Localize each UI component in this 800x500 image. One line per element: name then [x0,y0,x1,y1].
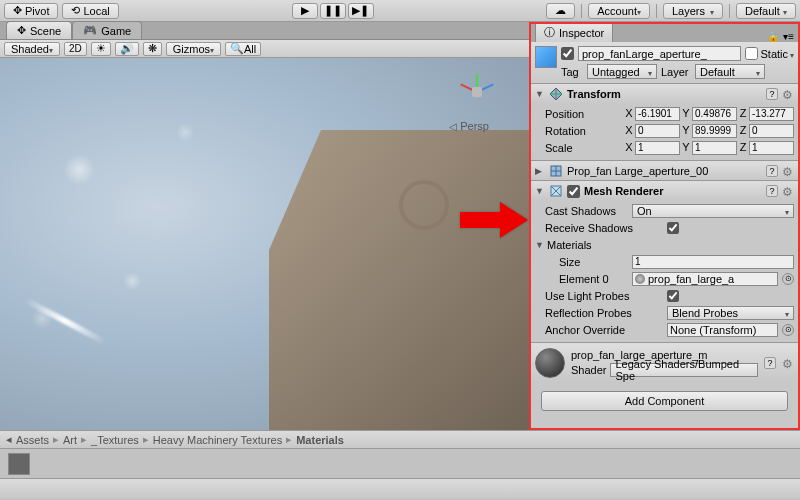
rotation-x-input[interactable] [635,124,680,138]
gear-icon[interactable]: ⚙ [782,357,794,369]
cast-shadows-dropdown[interactable]: On [632,204,794,218]
light-probes-checkbox[interactable] [667,290,679,302]
gear-icon[interactable]: ⚙ [782,88,794,100]
gear-icon[interactable]: ⚙ [782,165,794,177]
position-z-input[interactable] [749,107,794,121]
scale-x-input[interactable] [635,141,680,155]
shading-dropdown[interactable]: Shaded [4,42,60,56]
audio-toggle[interactable]: 🔊 [115,42,139,56]
scene-search[interactable]: 🔍All [225,42,261,56]
meshrenderer-header[interactable]: ▼ Mesh Renderer ? ⚙ [531,182,798,200]
cloud-button[interactable]: ☁ [546,3,575,19]
step-button[interactable]: ▶❚ [348,3,374,19]
help-button[interactable]: ? [766,185,778,197]
scale-z-input[interactable] [749,141,794,155]
layer-dropdown[interactable]: Default [695,64,765,79]
transform-icon [549,87,563,101]
fx-toggle[interactable]: ❋ [143,42,162,56]
chevron-down-icon [783,5,787,17]
main-toolbar: ✥Pivot ⟲Local ▶ ❚❚ ▶❚ ☁ Account Layers D… [0,0,800,22]
2d-toggle[interactable]: 2D [64,42,87,56]
object-picker-button[interactable]: ⊙ [782,273,794,285]
materials-size-label: Size [535,256,630,268]
gear-icon[interactable]: ⚙ [782,185,794,197]
tab-scene[interactable]: ✥ Scene [6,21,72,39]
chevron-down-icon [756,66,760,78]
crumb[interactable]: Art [63,434,77,446]
asset-thumbnail[interactable] [8,453,30,475]
position-x-input[interactable] [635,107,680,121]
static-checkbox[interactable] [745,47,758,60]
foldout-icon: ▶ [535,166,545,176]
scene-geometry [24,297,106,345]
gizmos-dropdown[interactable]: Gizmos [166,42,221,56]
chevron-down-icon [785,205,789,217]
tag-dropdown[interactable]: Untagged [587,64,657,79]
scene-tabs: ✥ Scene 🎮 Game [0,22,529,40]
projection-label[interactable]: ◁ Persp [449,120,489,132]
rotation-z-input[interactable] [749,124,794,138]
account-dropdown[interactable]: Account [588,3,650,19]
meshfilter-header[interactable]: ▶ Prop_fan Large_aperture_00 ? ⚙ [531,162,798,180]
crumb[interactable]: Heavy Machinery Textures [153,434,282,446]
anchor-override-field[interactable]: None (Transform) [667,323,778,337]
pivot-button[interactable]: ✥Pivot [4,3,58,19]
layout-dropdown[interactable]: Default [736,3,796,19]
local-button[interactable]: ⟲Local [62,3,118,19]
object-picker-button[interactable]: ⊙ [782,324,794,336]
play-icon: ▶ [301,4,309,17]
meshrenderer-enabled-checkbox[interactable] [567,185,580,198]
scene-viewport[interactable]: ◁ Persp [0,58,529,430]
material-preview-icon[interactable] [535,348,565,378]
inspector-panel: ⓘInspector 🔒 ▾≡ Static [529,22,800,430]
receive-shadows-checkbox[interactable] [667,222,679,234]
separator [581,4,582,18]
pause-icon: ❚❚ [324,4,342,17]
element0-field[interactable]: prop_fan_large_a [632,272,778,286]
crumb[interactable]: _Textures [91,434,139,446]
gameobject-active-checkbox[interactable] [561,47,574,60]
panel-menu-icon[interactable]: ▾≡ [783,31,794,42]
tab-inspector[interactable]: ⓘInspector [535,22,613,42]
help-button[interactable]: ? [766,165,778,177]
help-button[interactable]: ? [766,88,778,100]
meshfilter-icon [549,164,563,178]
separator [729,4,730,18]
light-probes-label: Use Light Probes [535,290,665,302]
gameobject-icon[interactable] [535,46,557,68]
pause-button[interactable]: ❚❚ [320,3,346,19]
reflection-probes-dropdown[interactable]: Blend Probes [667,306,794,320]
breadcrumb-back[interactable]: ◂ [6,433,12,446]
materials-size-input[interactable] [632,255,794,269]
transform-header[interactable]: ▼ Transform ? ⚙ [531,85,798,103]
cast-shadows-label: Cast Shadows [535,205,630,217]
play-button[interactable]: ▶ [292,3,318,19]
layers-dropdown[interactable]: Layers [663,3,723,19]
meshrenderer-icon [549,184,563,198]
crumb[interactable]: Materials [296,434,344,446]
chevron-down-icon[interactable] [790,48,794,60]
position-y-input[interactable] [692,107,737,121]
rotate-icon: ⟲ [71,4,80,17]
lock-icon[interactable]: 🔒 [767,31,779,42]
shader-dropdown[interactable]: Legacy Shaders/Bumped Spe [610,363,758,377]
chevron-down-icon [637,5,641,17]
tab-game[interactable]: 🎮 Game [72,21,142,39]
rotation-y-input[interactable] [692,124,737,138]
orientation-gizmo[interactable] [455,70,499,114]
meshfilter-component: ▶ Prop_fan Large_aperture_00 ? ⚙ [531,161,798,181]
gameobject-name-input[interactable] [578,46,741,61]
scene-geometry [399,180,449,230]
help-button[interactable]: ? [764,357,776,369]
scene-toolbar: Shaded 2D ☀ 🔊 ❋ Gizmos 🔍All [0,40,529,58]
scale-y-input[interactable] [692,141,737,155]
material-section: prop_fan_large_aperture_m Shader Legacy … [531,343,798,381]
foldout-icon[interactable]: ▼ [535,240,545,250]
project-panel: ◂ Assets▸ Art▸ _Textures▸ Heavy Machiner… [0,430,800,478]
separator [656,4,657,18]
lighting-toggle[interactable]: ☀ [91,42,111,56]
receive-shadows-label: Receive Shadows [535,222,665,234]
add-component-button[interactable]: Add Component [541,391,788,411]
foldout-icon: ▼ [535,89,545,99]
crumb[interactable]: Assets [16,434,49,446]
